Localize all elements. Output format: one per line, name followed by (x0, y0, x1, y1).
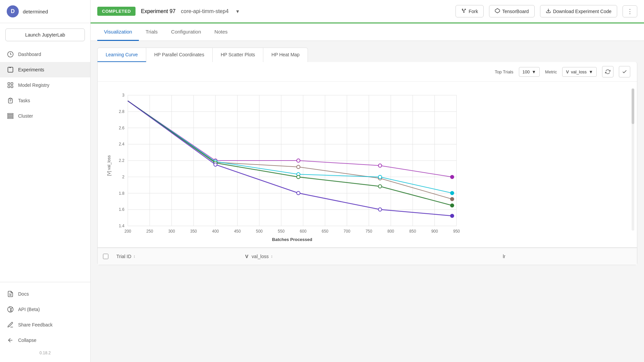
svg-text:900: 900 (431, 229, 438, 234)
tab-notes[interactable]: Notes (208, 23, 234, 41)
trial-id-label: Trial ID (116, 254, 131, 259)
svg-text:950: 950 (453, 229, 460, 234)
svg-point-77 (378, 185, 382, 188)
sidebar-item-tasks[interactable]: Tasks (0, 93, 90, 108)
val-loss-prefix: V (245, 254, 248, 259)
model-registry-icon (7, 81, 14, 89)
launch-jupyterlab-button[interactable]: Launch JupyterLab (5, 28, 85, 41)
fork-icon (461, 8, 467, 14)
svg-text:550: 550 (278, 229, 284, 234)
svg-text:1.8: 1.8 (119, 191, 124, 196)
chart-container: [V] val_loss (98, 82, 637, 247)
svg-point-12 (464, 12, 465, 13)
sidebar-nav: Dashboard Experiments Model Registry (0, 44, 90, 282)
tab-configuration[interactable]: Configuration (164, 23, 208, 41)
svg-point-67 (297, 159, 300, 162)
sidebar-item-experiments-label: Experiments (18, 67, 44, 72)
sidebar-item-docs-label: Docs (18, 291, 29, 297)
download-button[interactable]: Download Experiment Code (540, 5, 617, 17)
experiment-dropdown-icon[interactable]: ▼ (235, 9, 240, 14)
api-icon (7, 306, 14, 313)
metric-select[interactable]: V val_loss ▼ (562, 67, 597, 77)
svg-text:250: 250 (146, 229, 153, 234)
metric-chevron-icon: ▼ (589, 69, 593, 74)
subtabs: Learning Curve HP Parallel Coordinates H… (97, 48, 637, 62)
sidebar-item-collapse-label: Collapse (18, 338, 36, 343)
svg-rect-7 (8, 115, 13, 116)
svg-text:1.6: 1.6 (119, 207, 124, 212)
sidebar: D determined Launch JupyterLab Dashboard… (0, 0, 91, 362)
sidebar-item-api-label: API (Beta) (18, 307, 40, 312)
svg-text:200: 200 (124, 229, 131, 234)
sidebar-item-model-registry[interactable]: Model Registry (0, 77, 90, 93)
tab-visualization[interactable]: Visualization (97, 23, 139, 41)
svg-text:2.2: 2.2 (119, 158, 124, 163)
sidebar-item-api[interactable]: API (Beta) (0, 302, 90, 317)
svg-text:450: 450 (234, 229, 241, 234)
fork-label: Fork (469, 9, 478, 14)
trial-id-header[interactable]: Trial ID ↕ (116, 254, 245, 259)
svg-rect-3 (8, 86, 10, 88)
sidebar-item-feedback[interactable]: Share Feedback (0, 317, 90, 333)
sidebar-item-collapse[interactable]: Collapse (0, 333, 90, 348)
svg-text:3: 3 (122, 93, 124, 98)
svg-text:300: 300 (168, 229, 175, 234)
val-loss-header[interactable]: V val_loss ↕ (245, 254, 503, 259)
download-icon (546, 8, 551, 14)
svg-point-82 (450, 197, 454, 201)
tensorboard-button[interactable]: TensorBoard (489, 5, 534, 17)
lr-header: lr (503, 254, 632, 259)
svg-point-74 (378, 175, 382, 179)
sidebar-item-cluster[interactable]: Cluster (0, 108, 90, 124)
svg-text:350: 350 (190, 229, 197, 234)
experiment-name-label: core-api-timm-step4 (181, 8, 228, 14)
sidebar-item-experiments[interactable]: Experiments (0, 62, 90, 77)
svg-text:600: 600 (300, 229, 307, 234)
svg-text:800: 800 (387, 229, 394, 234)
version-label: 0.18.2 (0, 348, 90, 358)
svg-point-83 (450, 191, 454, 195)
more-options-button[interactable]: ⋮ (623, 5, 637, 17)
svg-text:Batches Processed: Batches Processed (272, 237, 312, 242)
metric-prefix: V (566, 69, 569, 74)
scrollbar-thumb[interactable] (632, 88, 634, 124)
tasks-icon (7, 97, 14, 104)
sidebar-item-dashboard[interactable]: Dashboard (0, 47, 90, 62)
fork-button[interactable]: Fork (455, 5, 484, 17)
dashboard-icon (7, 51, 14, 58)
chart-scrollbar[interactable] (632, 88, 634, 231)
main-tabs: Visualization Trials Configuration Notes (91, 23, 644, 41)
svg-point-11 (465, 9, 466, 10)
sidebar-header: D determined (0, 0, 90, 23)
main-content: COMPLETED Experiment 97 core-api-timm-st… (91, 0, 644, 362)
svg-text:850: 850 (409, 229, 416, 234)
tensorboard-icon (495, 8, 500, 14)
subtab-hp-scatter[interactable]: HP Scatter Plots (213, 48, 263, 62)
svg-point-76 (297, 175, 300, 179)
select-all-checkbox[interactable] (103, 254, 108, 259)
confirm-button[interactable] (619, 66, 630, 77)
svg-point-70 (297, 165, 300, 169)
subtab-learning-curve[interactable]: Learning Curve (97, 48, 146, 62)
svg-text:400: 400 (212, 229, 219, 234)
val-loss-label: val_loss (252, 254, 269, 259)
svg-rect-2 (11, 83, 13, 85)
top-trials-select[interactable]: 100 ▼ (519, 67, 540, 77)
sidebar-item-docs[interactable]: Docs (0, 286, 90, 302)
lr-label: lr (503, 254, 505, 259)
svg-point-80 (378, 208, 382, 211)
table-select-all-cell (103, 254, 116, 259)
metric-label: Metric (545, 69, 557, 74)
content-area: Learning Curve HP Parallel Coordinates H… (91, 41, 644, 362)
subtab-hp-heatmap[interactable]: HP Heat Map (263, 48, 308, 62)
subtab-hp-parallel[interactable]: HP Parallel Coordinates (146, 48, 213, 62)
refresh-button[interactable] (602, 66, 613, 77)
svg-text:2.8: 2.8 (119, 109, 124, 114)
tensorboard-label: TensorBoard (502, 9, 529, 14)
chart-controls: Top Trials 100 ▼ Metric V val_loss ▼ (98, 62, 637, 82)
sidebar-item-feedback-label: Share Feedback (18, 322, 53, 327)
tab-trials[interactable]: Trials (139, 23, 164, 41)
svg-point-68 (378, 164, 382, 167)
svg-point-79 (297, 191, 300, 195)
top-trials-value: 100 (523, 69, 530, 74)
